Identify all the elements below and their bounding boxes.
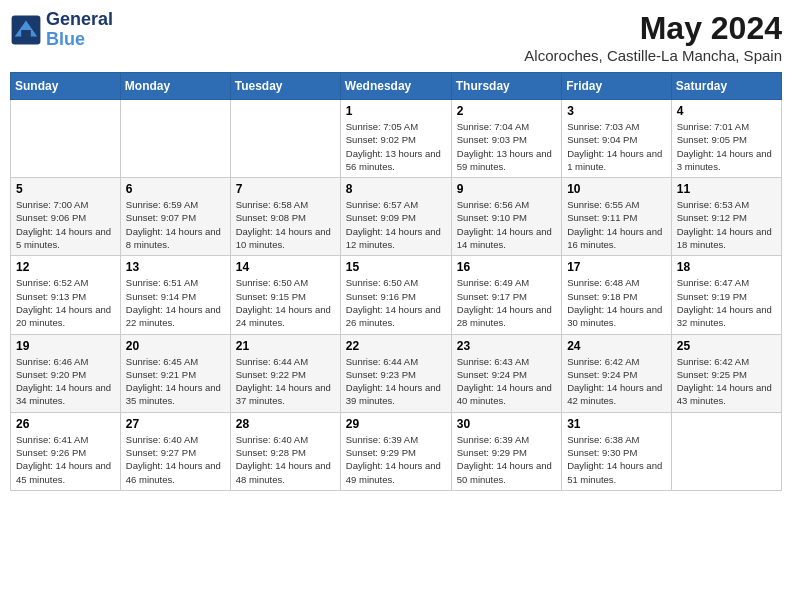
day-number: 26 (16, 417, 115, 431)
day-info: Sunrise: 7:03 AM Sunset: 9:04 PM Dayligh… (567, 120, 666, 173)
table-row (120, 100, 230, 178)
table-row: 22Sunrise: 6:44 AM Sunset: 9:23 PM Dayli… (340, 334, 451, 412)
table-row: 14Sunrise: 6:50 AM Sunset: 9:15 PM Dayli… (230, 256, 340, 334)
calendar-week-row: 1Sunrise: 7:05 AM Sunset: 9:02 PM Daylig… (11, 100, 782, 178)
day-info: Sunrise: 6:50 AM Sunset: 9:16 PM Dayligh… (346, 276, 446, 329)
day-info: Sunrise: 7:00 AM Sunset: 9:06 PM Dayligh… (16, 198, 115, 251)
table-row: 8Sunrise: 6:57 AM Sunset: 9:09 PM Daylig… (340, 178, 451, 256)
day-info: Sunrise: 6:50 AM Sunset: 9:15 PM Dayligh… (236, 276, 335, 329)
logo: General Blue (10, 10, 113, 50)
table-row: 29Sunrise: 6:39 AM Sunset: 9:29 PM Dayli… (340, 412, 451, 490)
table-row: 31Sunrise: 6:38 AM Sunset: 9:30 PM Dayli… (562, 412, 672, 490)
col-friday: Friday (562, 73, 672, 100)
day-info: Sunrise: 6:39 AM Sunset: 9:29 PM Dayligh… (457, 433, 556, 486)
table-row: 4Sunrise: 7:01 AM Sunset: 9:05 PM Daylig… (671, 100, 781, 178)
page-header: General Blue May 2024 Alcoroches, Castil… (10, 10, 782, 64)
day-info: Sunrise: 6:43 AM Sunset: 9:24 PM Dayligh… (457, 355, 556, 408)
calendar-week-row: 12Sunrise: 6:52 AM Sunset: 9:13 PM Dayli… (11, 256, 782, 334)
table-row: 28Sunrise: 6:40 AM Sunset: 9:28 PM Dayli… (230, 412, 340, 490)
title-block: May 2024 Alcoroches, Castille-La Mancha,… (524, 10, 782, 64)
day-number: 24 (567, 339, 666, 353)
logo-icon (10, 14, 42, 46)
day-info: Sunrise: 6:45 AM Sunset: 9:21 PM Dayligh… (126, 355, 225, 408)
day-number: 9 (457, 182, 556, 196)
table-row: 26Sunrise: 6:41 AM Sunset: 9:26 PM Dayli… (11, 412, 121, 490)
col-wednesday: Wednesday (340, 73, 451, 100)
table-row: 10Sunrise: 6:55 AM Sunset: 9:11 PM Dayli… (562, 178, 672, 256)
day-info: Sunrise: 6:49 AM Sunset: 9:17 PM Dayligh… (457, 276, 556, 329)
table-row: 5Sunrise: 7:00 AM Sunset: 9:06 PM Daylig… (11, 178, 121, 256)
day-number: 7 (236, 182, 335, 196)
table-row: 30Sunrise: 6:39 AM Sunset: 9:29 PM Dayli… (451, 412, 561, 490)
table-row (671, 412, 781, 490)
day-info: Sunrise: 6:58 AM Sunset: 9:08 PM Dayligh… (236, 198, 335, 251)
table-row: 24Sunrise: 6:42 AM Sunset: 9:24 PM Dayli… (562, 334, 672, 412)
logo-text: General Blue (46, 10, 113, 50)
table-row: 9Sunrise: 6:56 AM Sunset: 9:10 PM Daylig… (451, 178, 561, 256)
day-info: Sunrise: 6:40 AM Sunset: 9:27 PM Dayligh… (126, 433, 225, 486)
table-row: 13Sunrise: 6:51 AM Sunset: 9:14 PM Dayli… (120, 256, 230, 334)
day-number: 8 (346, 182, 446, 196)
table-row: 2Sunrise: 7:04 AM Sunset: 9:03 PM Daylig… (451, 100, 561, 178)
day-number: 30 (457, 417, 556, 431)
day-number: 6 (126, 182, 225, 196)
table-row: 17Sunrise: 6:48 AM Sunset: 9:18 PM Dayli… (562, 256, 672, 334)
day-info: Sunrise: 6:53 AM Sunset: 9:12 PM Dayligh… (677, 198, 776, 251)
day-number: 28 (236, 417, 335, 431)
day-number: 27 (126, 417, 225, 431)
table-row: 6Sunrise: 6:59 AM Sunset: 9:07 PM Daylig… (120, 178, 230, 256)
table-row: 3Sunrise: 7:03 AM Sunset: 9:04 PM Daylig… (562, 100, 672, 178)
table-row: 25Sunrise: 6:42 AM Sunset: 9:25 PM Dayli… (671, 334, 781, 412)
col-saturday: Saturday (671, 73, 781, 100)
table-row: 11Sunrise: 6:53 AM Sunset: 9:12 PM Dayli… (671, 178, 781, 256)
day-number: 12 (16, 260, 115, 274)
day-number: 17 (567, 260, 666, 274)
day-info: Sunrise: 6:42 AM Sunset: 9:25 PM Dayligh… (677, 355, 776, 408)
day-info: Sunrise: 6:57 AM Sunset: 9:09 PM Dayligh… (346, 198, 446, 251)
day-info: Sunrise: 7:04 AM Sunset: 9:03 PM Dayligh… (457, 120, 556, 173)
table-row: 18Sunrise: 6:47 AM Sunset: 9:19 PM Dayli… (671, 256, 781, 334)
calendar-table: Sunday Monday Tuesday Wednesday Thursday… (10, 72, 782, 491)
day-number: 29 (346, 417, 446, 431)
table-row: 7Sunrise: 6:58 AM Sunset: 9:08 PM Daylig… (230, 178, 340, 256)
calendar-week-row: 19Sunrise: 6:46 AM Sunset: 9:20 PM Dayli… (11, 334, 782, 412)
table-row: 16Sunrise: 6:49 AM Sunset: 9:17 PM Dayli… (451, 256, 561, 334)
day-number: 31 (567, 417, 666, 431)
col-sunday: Sunday (11, 73, 121, 100)
day-info: Sunrise: 6:55 AM Sunset: 9:11 PM Dayligh… (567, 198, 666, 251)
col-monday: Monday (120, 73, 230, 100)
table-row: 12Sunrise: 6:52 AM Sunset: 9:13 PM Dayli… (11, 256, 121, 334)
day-info: Sunrise: 7:05 AM Sunset: 9:02 PM Dayligh… (346, 120, 446, 173)
day-number: 11 (677, 182, 776, 196)
table-row: 27Sunrise: 6:40 AM Sunset: 9:27 PM Dayli… (120, 412, 230, 490)
table-row: 15Sunrise: 6:50 AM Sunset: 9:16 PM Dayli… (340, 256, 451, 334)
day-info: Sunrise: 6:56 AM Sunset: 9:10 PM Dayligh… (457, 198, 556, 251)
table-row: 1Sunrise: 7:05 AM Sunset: 9:02 PM Daylig… (340, 100, 451, 178)
location-title: Alcoroches, Castille-La Mancha, Spain (524, 47, 782, 64)
day-info: Sunrise: 6:47 AM Sunset: 9:19 PM Dayligh… (677, 276, 776, 329)
day-info: Sunrise: 7:01 AM Sunset: 9:05 PM Dayligh… (677, 120, 776, 173)
day-info: Sunrise: 6:40 AM Sunset: 9:28 PM Dayligh… (236, 433, 335, 486)
day-number: 1 (346, 104, 446, 118)
calendar-week-row: 5Sunrise: 7:00 AM Sunset: 9:06 PM Daylig… (11, 178, 782, 256)
day-info: Sunrise: 6:41 AM Sunset: 9:26 PM Dayligh… (16, 433, 115, 486)
day-number: 5 (16, 182, 115, 196)
day-number: 13 (126, 260, 225, 274)
day-number: 10 (567, 182, 666, 196)
day-number: 14 (236, 260, 335, 274)
calendar-header-row: Sunday Monday Tuesday Wednesday Thursday… (11, 73, 782, 100)
day-info: Sunrise: 6:44 AM Sunset: 9:23 PM Dayligh… (346, 355, 446, 408)
table-row: 21Sunrise: 6:44 AM Sunset: 9:22 PM Dayli… (230, 334, 340, 412)
table-row: 20Sunrise: 6:45 AM Sunset: 9:21 PM Dayli… (120, 334, 230, 412)
svg-rect-2 (21, 30, 31, 38)
day-number: 16 (457, 260, 556, 274)
day-info: Sunrise: 6:51 AM Sunset: 9:14 PM Dayligh… (126, 276, 225, 329)
day-info: Sunrise: 6:48 AM Sunset: 9:18 PM Dayligh… (567, 276, 666, 329)
day-number: 2 (457, 104, 556, 118)
table-row: 19Sunrise: 6:46 AM Sunset: 9:20 PM Dayli… (11, 334, 121, 412)
day-info: Sunrise: 6:59 AM Sunset: 9:07 PM Dayligh… (126, 198, 225, 251)
day-info: Sunrise: 6:46 AM Sunset: 9:20 PM Dayligh… (16, 355, 115, 408)
day-number: 3 (567, 104, 666, 118)
col-thursday: Thursday (451, 73, 561, 100)
table-row: 23Sunrise: 6:43 AM Sunset: 9:24 PM Dayli… (451, 334, 561, 412)
